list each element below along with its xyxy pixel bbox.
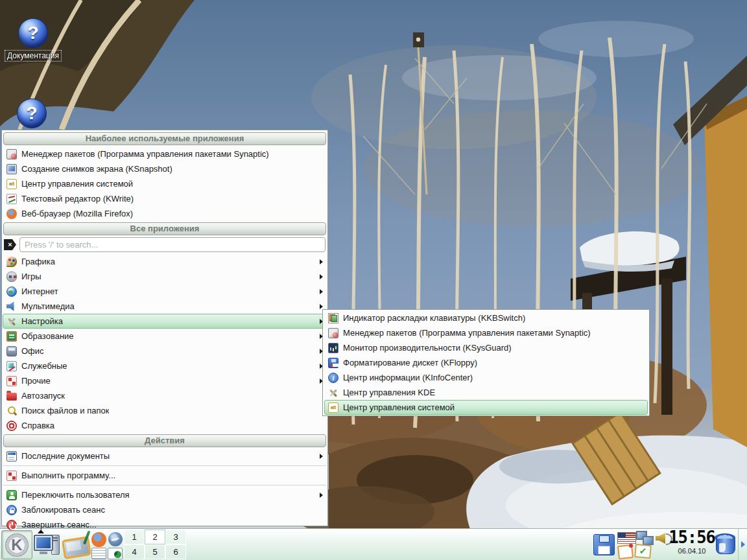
lifebuoy-icon xyxy=(6,421,17,431)
menu-separator xyxy=(3,485,326,485)
floppy-device-icon[interactable] xyxy=(593,534,615,555)
menu-item-autostart[interactable]: Автозапуск xyxy=(3,388,327,403)
clock-time: 15:56 xyxy=(667,528,716,547)
show-desktop-button[interactable] xyxy=(34,535,60,556)
search-input[interactable] xyxy=(19,237,326,252)
menu-item-recent-documents[interactable]: Последние документы xyxy=(3,449,327,463)
menu-item-internet[interactable]: Интернет xyxy=(3,284,327,299)
desktop-icon-label: Документация xyxy=(5,50,62,62)
run-icon xyxy=(6,471,17,481)
menu-item-kwrite[interactable]: Текстовый редактор (KWrite) xyxy=(3,191,327,206)
menu-separator xyxy=(3,465,326,466)
menu-item-multimedia[interactable]: Мультимедиа xyxy=(3,299,327,314)
synaptic-icon xyxy=(328,328,338,338)
section-header-actions: Действия xyxy=(3,434,326,447)
writer-launcher[interactable] xyxy=(91,548,106,559)
menu-item-run-command[interactable]: Выполнить программу... xyxy=(3,468,327,483)
pager-desktop-5[interactable]: 5 xyxy=(145,544,165,559)
taskbar: K 1 2 3 4 5 6 ✓ 15:5 xyxy=(0,528,747,560)
menu-item-logout[interactable]: Завершить сеанс... xyxy=(3,517,327,532)
palette-icon xyxy=(6,257,17,267)
submenu-arrow-icon xyxy=(320,274,323,279)
volume-speaker-icon[interactable] xyxy=(656,533,665,544)
thunderbird-launcher[interactable] xyxy=(108,532,123,546)
menu-search-row: × xyxy=(4,237,326,253)
typewriter-icon xyxy=(6,346,17,356)
section-header-most-used: Наиболее используемые приложения xyxy=(3,132,326,145)
submenu-arrow-icon xyxy=(320,493,323,498)
menu-item-settings[interactable]: Настройка xyxy=(3,314,327,329)
clock-date: 06.04.10 xyxy=(668,547,716,555)
keyboard-layout-flag-icon[interactable] xyxy=(617,532,636,544)
clipboard-tray-icon[interactable] xyxy=(617,544,634,559)
speaker-icon xyxy=(6,301,17,312)
synaptic-icon xyxy=(6,149,17,159)
submenu-item-ksysguard[interactable]: Монитор производительности (KSysGuard) xyxy=(324,340,648,355)
kkbswitch-icon xyxy=(328,313,338,323)
kmenu-panel: Наиболее используемые приложения Менедже… xyxy=(1,130,328,526)
network-monitor-icon[interactable] xyxy=(636,531,654,545)
submenu-item-kinfocenter[interactable]: Центр информации (KInfoCenter) xyxy=(324,370,648,385)
submenu-arrow-icon xyxy=(320,259,323,264)
menu-item-other[interactable]: Прочие xyxy=(3,373,327,388)
submenu-item-kfloppy[interactable]: Форматирование дискет (KFloppy) xyxy=(324,355,648,370)
menu-item-lock-session[interactable]: Заблокировать сеанс xyxy=(3,502,327,517)
firefox-icon xyxy=(6,209,17,219)
desktop: ? Документация ? Наиболее используемые п… xyxy=(0,0,747,560)
notes-tablet-button[interactable] xyxy=(62,536,91,559)
magnifier-icon xyxy=(6,406,17,416)
submenu-item-kkbswitch[interactable]: Индикатор раскладки клавиатуры (KKBSwitc… xyxy=(324,310,648,325)
ksnapshot-icon xyxy=(6,164,17,174)
menu-item-utilities[interactable]: Служебные xyxy=(3,358,327,373)
pager-desktop-4[interactable]: 4 xyxy=(124,544,145,559)
submenu-arrow-icon xyxy=(320,304,323,309)
submenu-item-system-control-center[interactable]: Центр управления системой xyxy=(324,400,648,415)
firefox-launcher[interactable] xyxy=(91,532,106,547)
submenu-arrow-icon xyxy=(320,289,323,294)
kmenu-button[interactable]: K xyxy=(1,530,32,559)
menu-item-find-files[interactable]: Поиск файлов и папок xyxy=(3,403,327,418)
pager-desktop-6[interactable]: 6 xyxy=(165,544,186,559)
kfloppy-icon xyxy=(328,358,338,368)
panel-hide-button[interactable] xyxy=(738,529,747,560)
desktop-icon-documentation[interactable]: ? Документация xyxy=(4,18,62,62)
desktop-pager: 1 2 3 4 5 6 xyxy=(124,530,186,559)
menu-item-switch-user[interactable]: Переключить пользователя xyxy=(3,487,327,502)
menu-item-package-manager[interactable]: Менеджер пакетов (Программа управления п… xyxy=(3,146,327,161)
question-mark-icon: ? xyxy=(17,99,47,128)
kwrite-icon xyxy=(6,194,17,204)
menu-item-firefox[interactable]: Веб-браузер (Mozilla Firefox) xyxy=(3,206,327,221)
settings-submenu: Индикатор раскладки клавиатуры (KKBSwitc… xyxy=(322,309,650,416)
globe-icon xyxy=(6,286,17,297)
checker-icon xyxy=(6,376,17,386)
menu-item-ksnapshot[interactable]: Создание снимков экрана (KSnapshot) xyxy=(3,161,327,176)
clock-applet[interactable]: 15:56 06.04.10 xyxy=(668,529,716,560)
menu-item-office[interactable]: Офис xyxy=(3,344,327,358)
organizer-check-icon[interactable]: ✓ xyxy=(634,544,652,559)
menu-item-graphics[interactable]: Графика xyxy=(3,254,327,269)
menu-item-education[interactable]: Образование xyxy=(3,329,327,344)
menu-item-help[interactable]: Справка xyxy=(3,418,327,433)
kde-logo-icon: K xyxy=(5,533,29,557)
submenu-arrow-icon xyxy=(320,454,323,459)
submenu-item-package-manager[interactable]: Менеджер пакетов (Программа управления п… xyxy=(324,325,648,340)
menu-item-control-center[interactable]: Центр управления системой xyxy=(3,176,327,191)
chalkboard-icon xyxy=(6,331,17,342)
utilities-icon xyxy=(6,361,17,371)
gamepad-icon xyxy=(6,272,17,282)
tools-icon xyxy=(6,316,17,327)
altlinux-icon xyxy=(328,402,338,413)
section-header-all-apps: Все приложения xyxy=(3,222,326,235)
red-folder-icon xyxy=(6,393,17,401)
trash-shine xyxy=(719,543,726,552)
question-mark-icon: ? xyxy=(18,18,48,48)
submenu-item-kcontrol[interactable]: Центр управления KDE xyxy=(324,385,648,400)
desktop-icon-help[interactable]: ? xyxy=(3,99,61,128)
ksysguard-icon xyxy=(328,343,338,353)
monitor-icon xyxy=(34,535,53,551)
calc-launcher[interactable] xyxy=(108,548,123,559)
kcontrol-icon xyxy=(328,388,338,398)
search-clear-icon[interactable]: × xyxy=(4,239,16,250)
menu-item-games[interactable]: Игры xyxy=(3,269,327,284)
kinfocenter-icon xyxy=(328,373,338,383)
